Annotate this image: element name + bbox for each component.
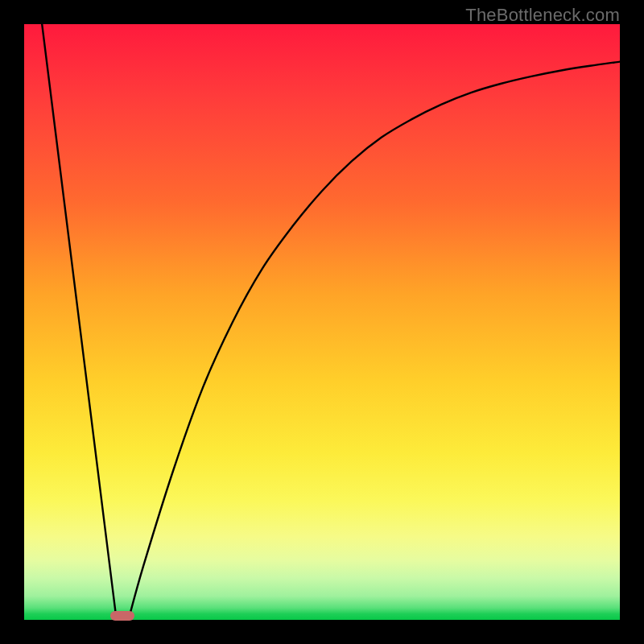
curve-layer (24, 24, 620, 620)
minimum-marker (110, 611, 134, 621)
chart-frame: TheBottleneck.com (0, 0, 644, 644)
plot-area (24, 24, 620, 620)
right-branch-line (129, 62, 621, 620)
watermark-text: TheBottleneck.com (465, 5, 620, 26)
left-branch-line (42, 24, 117, 620)
